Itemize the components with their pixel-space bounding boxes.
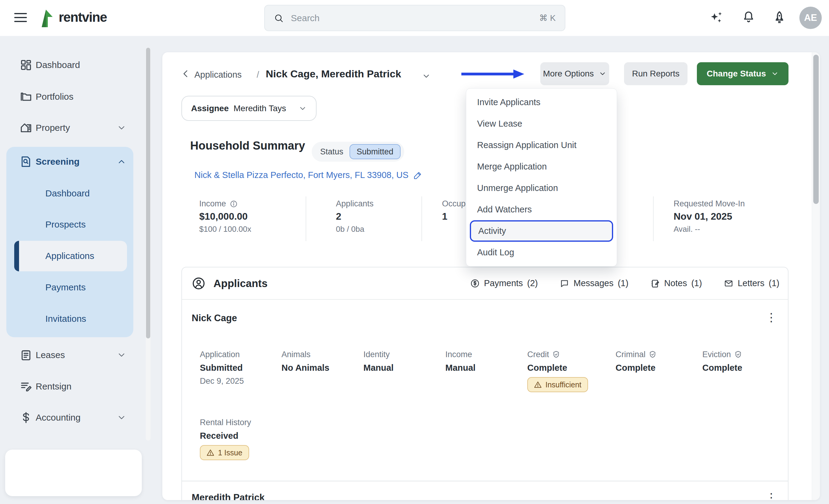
sidebar-item-accounting[interactable]: Accounting [0,409,139,427]
stat-value: Nov 01, 2025 [674,211,745,222]
warning-triangle-icon [207,449,214,457]
col-eviction: Eviction Complete [702,350,742,373]
tab-label: Letters [738,278,765,288]
applicant-divider [182,481,788,481]
rentvine-logo-icon[interactable] [36,8,56,28]
applicants-person-icon [192,276,206,290]
menu-item-view-lease[interactable]: View Lease [466,113,617,134]
chevron-down-icon [298,104,307,113]
tab-letters[interactable]: Letters (1) [724,278,780,288]
breadcrumb-applications-link[interactable]: Applications [194,70,242,80]
chevron-down-icon [771,70,779,78]
whats-new-rocket-icon[interactable] [772,10,787,25]
property-house-icon [20,121,33,134]
sidebar-item-rentsign[interactable]: Rentsign [0,377,139,395]
status-label: Status [320,147,344,157]
applicant-row-menu-icon[interactable]: ⋮ [765,492,777,500]
notifications-bell-icon[interactable] [741,10,756,25]
main-scrollbar-thumb[interactable] [813,55,819,204]
address-text: Nick & Stella Pizza Perfecto, Fort Myers… [194,170,408,180]
sidebar-subitem-label: Dashboard [45,188,90,198]
stat-label: Income [199,199,226,208]
sidebar-item-screening[interactable]: Screening [0,153,139,171]
tab-notes[interactable]: Notes (1) [650,278,702,288]
stat-sub: 0b / 0ba [336,225,374,234]
sidebar-item-portfolios[interactable]: Portfolios [0,88,139,106]
change-status-button[interactable]: Change Status [697,62,789,85]
search-icon [274,13,284,23]
ai-sparkles-icon[interactable] [709,11,723,25]
sidebar-item-screening-payments[interactable]: Payments [0,278,139,297]
sidebar-item-label: Rentsign [36,381,71,392]
dollar-icon [20,411,33,424]
menu-item-add-watchers[interactable]: Add Watchers [466,199,617,220]
shield-check-icon [552,350,560,359]
edit-pencil-icon[interactable] [413,171,422,180]
annotation-arrow [460,67,526,81]
menu-item-reassign-application-unit[interactable]: Reassign Application Unit [466,134,617,156]
info-icon[interactable] [230,200,238,208]
applicant-name: Nick Cage [192,313,237,323]
avatar[interactable]: AE [799,7,822,29]
stat-move-in: Requested Move-In Nov 01, 2025 Avail. -- [674,199,745,234]
tab-label: Messages [574,278,613,288]
sidebar-item-leases[interactable]: Leases [0,346,139,364]
sidebar-item-dashboard[interactable]: Dashboard [0,56,139,74]
chat-bubble-icon [560,279,569,288]
chevron-down-icon [117,123,127,133]
sidebar-item-screening-applications[interactable]: Applications [0,247,139,265]
stat-divider [653,196,654,241]
col-credit: Credit Complete Insufficient [527,350,588,392]
run-reports-button[interactable]: Run Reports [624,62,687,85]
next-applicant-name: Meredith Patrick [192,492,264,500]
menu-item-activity[interactable]: Activity [470,220,613,242]
logo-wordmark[interactable]: rentvine [59,10,107,25]
rentsign-signature-icon [20,380,33,393]
menu-item-unmerge-application[interactable]: Unmerge Application [466,178,617,199]
stat-divider [422,196,422,241]
sidebar-item-label: Leases [36,350,65,360]
global-search[interactable]: ⌘ K [264,5,565,31]
stat-label: Requested Move-In [674,199,745,208]
tab-count: (2) [527,278,538,288]
tab-label: Payments [484,278,523,288]
sidebar-item-screening-prospects[interactable]: Prospects [0,216,139,234]
menu-item-merge-application[interactable]: Merge Application [466,156,617,178]
property-address-link[interactable]: Nick & Stella Pizza Perfecto, Fort Myers… [194,170,422,180]
applicants-card: Applicants Payments (2) [181,267,789,500]
sidebar-subitem-label: Applications [45,251,94,261]
back-chevron-icon[interactable] [180,69,191,79]
clipboard-icon [20,348,33,362]
sidebar-subitem-label: Prospects [45,219,85,230]
sidebar-item-label: Screening [36,157,79,167]
sidebar-item-screening-invitations[interactable]: Invitations [0,310,139,328]
more-options-label: More Options [543,69,594,79]
menu-item-invite-applicants[interactable]: Invite Applicants [466,91,617,113]
applicant-row-menu-icon[interactable]: ⋮ [765,312,777,323]
sidebar-item-label: Portfolios [36,91,73,102]
stat-value: $10,000.00 [199,211,251,222]
chevron-down-icon [599,70,607,78]
hamburger-menu-icon[interactable] [14,13,27,22]
assignee-selector[interactable]: Assignee Meredith Tays [181,96,317,121]
sidebar-item-label: Dashboard [36,60,80,70]
sidebar-item-property[interactable]: Property [0,119,139,137]
organization-card[interactable]: ABC Homes QA [5,450,142,496]
sidebar-scrollbar-thumb[interactable] [146,48,150,339]
search-shortcut: ⌘ K [539,13,556,23]
more-options-button[interactable]: More Options [540,62,609,85]
stat-label: Applicants [336,199,374,208]
tab-messages[interactable]: Messages (1) [560,278,628,288]
sidebar-subitem-label: Invitations [45,314,86,324]
tab-payments[interactable]: Payments (2) [470,278,538,288]
sidebar-item-label: Accounting [36,413,80,423]
menu-item-audit-log[interactable]: Audit Log [466,242,617,263]
sidebar-item-screening-dashboard[interactable]: Dashboard [0,184,139,202]
dashboard-grid-icon [20,58,33,72]
chevron-up-icon [117,157,127,166]
warning-triangle-icon [534,381,542,389]
search-input[interactable] [290,13,533,24]
envelope-icon [724,279,733,288]
title-chevron-down-icon[interactable] [422,72,431,81]
dollar-circle-icon [470,279,480,288]
